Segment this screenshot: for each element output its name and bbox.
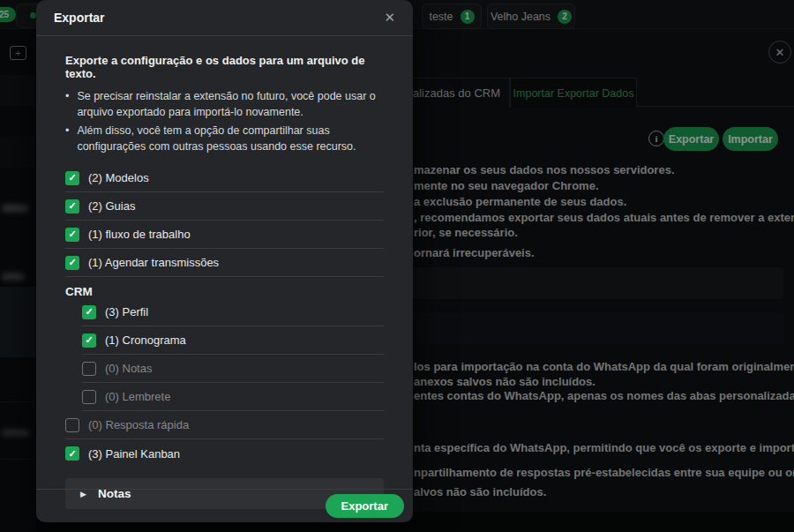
checkbox-checked-icon[interactable]: [65, 199, 79, 214]
option-guias[interactable]: (2) Guias: [65, 192, 384, 221]
bullet-text: Se precisar reinstalar a extensão no fut…: [77, 88, 383, 120]
bullet-item: • Além disso, você tem a opção de compar…: [65, 123, 383, 154]
close-icon[interactable]: ✕: [384, 10, 395, 26]
dialog-title: Exportar: [54, 11, 105, 25]
bullet-item: • Se precisar reinstalar a extensão no f…: [65, 88, 383, 120]
checkbox-unchecked-icon[interactable]: [82, 362, 96, 376]
bullet-list: • Se precisar reinstalar a extensão no f…: [65, 88, 383, 154]
checkbox-checked-icon[interactable]: [65, 171, 79, 185]
option-perfil[interactable]: (3) Perfil: [82, 298, 384, 326]
intro-text: Exporte a configuração e os dados para u…: [65, 54, 384, 80]
checkbox-checked-icon[interactable]: [82, 305, 96, 319]
export-confirm-button[interactable]: Exportar: [326, 494, 404, 518]
option-resposta-rapida[interactable]: (0) Resposta rápida: [65, 411, 384, 439]
option-agendar-transmissoes[interactable]: (1) Agendar transmissões: [65, 249, 384, 277]
bullet-icon: •: [65, 88, 69, 120]
checkbox-unchecked-icon[interactable]: [65, 418, 79, 432]
export-dialog: Exportar ✕ Exporte a configuração e os d…: [36, 0, 413, 522]
option-modelos[interactable]: (2) Modelos: [65, 164, 384, 192]
option-lembrete[interactable]: (0) Lembrete: [82, 383, 384, 411]
dialog-header: Exportar ✕: [36, 0, 413, 36]
export-options-list: (2) Modelos (2) Guias (1) fluxo de traba…: [65, 164, 384, 468]
option-notas[interactable]: (0) Notas: [82, 355, 384, 383]
crm-section-label: CRM: [65, 279, 384, 298]
checkbox-checked-icon[interactable]: [65, 256, 79, 270]
checkbox-checked-icon[interactable]: [65, 228, 79, 242]
option-cronograma[interactable]: (1) Cronograma: [82, 326, 384, 355]
bullet-text: Além disso, você tem a opção de comparti…: [77, 123, 383, 154]
dialog-footer: Exportar: [36, 489, 413, 522]
option-fluxo-de-trabalho[interactable]: (1) fluxo de trabalho: [65, 221, 384, 249]
checkbox-checked-icon[interactable]: [65, 446, 79, 461]
checkbox-checked-icon[interactable]: [82, 333, 96, 348]
dialog-body: Exporte a configuração e os dados para u…: [36, 36, 413, 509]
bullet-icon: •: [65, 123, 69, 154]
option-painel-kanban[interactable]: (3) Painel Kanban: [65, 439, 384, 468]
checkbox-unchecked-icon[interactable]: [82, 390, 96, 404]
